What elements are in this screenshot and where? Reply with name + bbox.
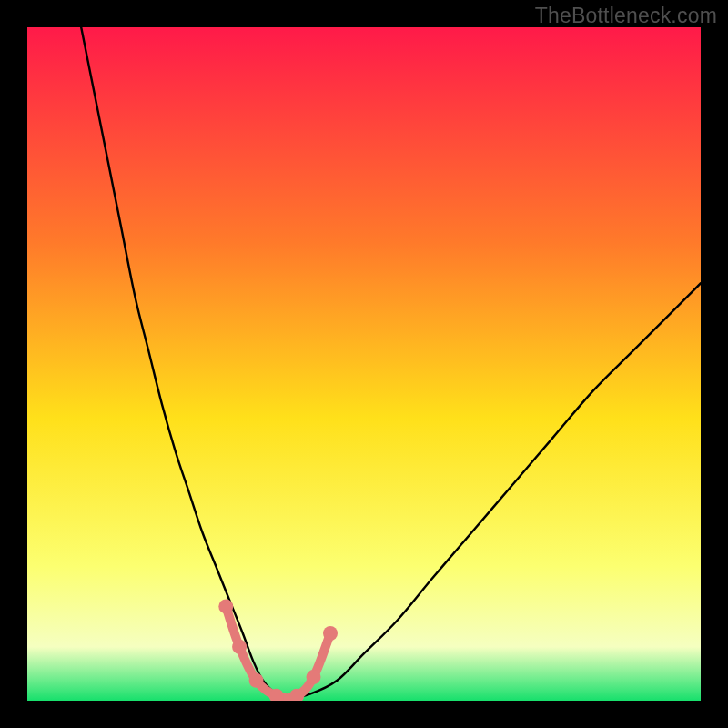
chart-frame: TheBottleneck.com bbox=[0, 0, 728, 728]
series-highlighted-minimum-point bbox=[232, 640, 247, 654]
bottleneck-chart bbox=[0, 0, 728, 728]
watermark-text: TheBottleneck.com bbox=[535, 4, 717, 28]
series-highlighted-minimum-point bbox=[218, 599, 233, 613]
series-highlighted-minimum-point bbox=[249, 673, 264, 688]
series-highlighted-minimum-point bbox=[307, 670, 321, 684]
plot-background bbox=[27, 27, 701, 701]
series-highlighted-minimum-point bbox=[323, 626, 338, 641]
